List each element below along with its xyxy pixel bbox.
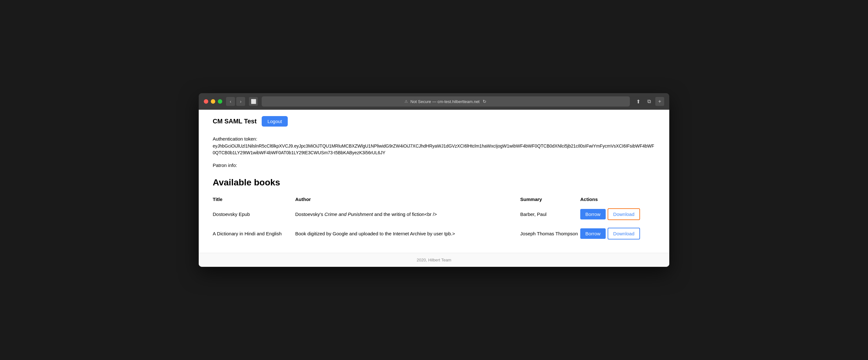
minimize-button[interactable] xyxy=(211,99,215,104)
traffic-lights xyxy=(204,99,222,104)
books-section: Available books Title Author Summary Act… xyxy=(199,174,669,253)
book-actions-2: Borrow Download xyxy=(580,224,655,243)
col-header-title: Title xyxy=(213,194,296,205)
browser-content: CM SAML Test Logout Authentication token… xyxy=(199,110,669,267)
logout-button[interactable]: Logout xyxy=(262,116,288,126)
book-summary-2: Joseph Thomas Thompson xyxy=(520,224,580,243)
add-tab-button[interactable]: + xyxy=(655,97,664,106)
col-header-author: Author xyxy=(296,194,521,205)
download-button-2[interactable]: Download xyxy=(608,228,640,239)
books-table: Title Author Summary Actions Dostoevsky … xyxy=(213,194,655,243)
patron-label: Patron info: xyxy=(213,162,655,168)
toolbar-actions: ⬆ ⧉ + xyxy=(634,97,664,106)
page-header: CM SAML Test Logout xyxy=(199,110,669,133)
forward-button[interactable]: › xyxy=(236,97,245,106)
books-heading: Available books xyxy=(213,177,655,188)
browser-titlebar: ‹ › ⬜ ⚠ Not Secure — cm-test.hilbertteam… xyxy=(199,93,669,110)
patron-section: Patron info: xyxy=(199,161,669,174)
site-title: CM SAML Test xyxy=(213,118,256,125)
borrow-button-2[interactable]: Borrow xyxy=(580,228,606,239)
maximize-button[interactable] xyxy=(218,99,222,104)
footer-text: 2020, Hilbert Team xyxy=(417,258,452,262)
close-button[interactable] xyxy=(204,99,208,104)
back-button[interactable]: ‹ xyxy=(226,97,235,106)
book-title-2: A Dictionary in Hindi and English xyxy=(213,224,296,243)
auth-label: Authentication token: xyxy=(213,136,655,142)
browser-window: ‹ › ⬜ ⚠ Not Secure — cm-test.hilbertteam… xyxy=(199,93,669,267)
share-button[interactable]: ⬆ xyxy=(634,97,643,106)
table-row: A Dictionary in Hindi and English Book d… xyxy=(213,224,655,243)
nav-buttons: ‹ › xyxy=(226,97,245,106)
col-header-actions: Actions xyxy=(580,194,655,205)
book-title-1: Dostoevsky Epub xyxy=(213,205,296,224)
book-author-2: Book digitized by Google and uploaded to… xyxy=(296,224,521,243)
book-actions-1: Borrow Download xyxy=(580,205,655,224)
sidebar-button[interactable]: ⬜ xyxy=(249,97,258,106)
col-header-summary: Summary xyxy=(520,194,580,205)
borrow-button-1[interactable]: Borrow xyxy=(580,209,606,219)
table-row: Dostoevsky Epub Dostoevsky's Crime and P… xyxy=(213,205,655,224)
address-text: Not Secure — cm-test.hilbertteam.net xyxy=(410,99,479,104)
page-footer: 2020, Hilbert Team xyxy=(199,253,669,267)
book-summary-1: Barber, Paul xyxy=(520,205,580,224)
auth-section: Authentication token: eyJhbGciOiJlUzl1Ni… xyxy=(199,133,669,161)
book-author-1: Dostoevsky's Crime and Punishment and th… xyxy=(296,205,521,224)
auth-token: eyJhbGciOiJlUzl1NilslnR5cCl6lkpXVCJ9.eyJ… xyxy=(213,143,655,156)
new-tab-button[interactable]: ⧉ xyxy=(645,97,653,106)
download-button-1[interactable]: Download xyxy=(608,208,640,220)
reload-button[interactable]: ↻ xyxy=(482,98,487,104)
address-bar[interactable]: ⚠ Not Secure — cm-test.hilbertteam.net ↻ xyxy=(262,96,630,107)
not-secure-icon: ⚠ xyxy=(404,99,408,104)
